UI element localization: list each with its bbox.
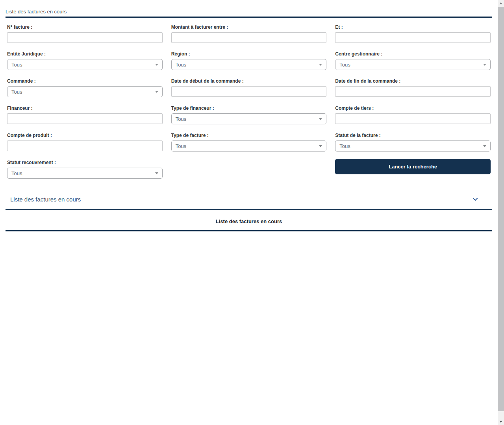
- entite-juridique-select[interactable]: Tous: [7, 59, 163, 70]
- chevron-down-icon: [483, 145, 486, 147]
- statut-recouvrement-label: Statut recouvrement :: [7, 160, 163, 165]
- scrollbar-thumb[interactable]: [498, 7, 504, 411]
- select-value: Tous: [11, 170, 22, 176]
- select-value: Tous: [339, 143, 350, 149]
- date-fin-commande-input[interactable]: [335, 86, 491, 97]
- n-facture-label: N° facture :: [7, 24, 163, 30]
- field-commande: Commande : Tous: [7, 78, 163, 97]
- entite-juridique-label: Entité Juridique :: [7, 51, 163, 57]
- invoice-filter-form: N° facture : Montant à facturer entre : …: [6, 24, 492, 187]
- field-date-debut-commande: Date de début de la commande :: [171, 78, 327, 97]
- statut-recouvrement-select[interactable]: Tous: [7, 168, 163, 179]
- financeur-input[interactable]: [7, 113, 163, 124]
- commande-label: Commande :: [7, 78, 163, 84]
- type-financeur-label: Type de financeur :: [171, 105, 327, 111]
- chevron-down-icon: [155, 64, 158, 66]
- chevron-down-icon: [319, 64, 322, 66]
- select-value: Tous: [339, 62, 350, 68]
- page-title: Liste des factures en cours: [6, 9, 492, 15]
- chevron-down-icon: [483, 64, 486, 66]
- chevron-down-icon[interactable]: [472, 198, 478, 201]
- date-fin-commande-label: Date de fin de la commande :: [335, 78, 491, 84]
- et-input[interactable]: [335, 32, 491, 43]
- centre-gestionnaire-label: Centre gestionnaire :: [335, 51, 491, 57]
- montant-entre-input[interactable]: [171, 32, 327, 43]
- results-panel-header[interactable]: Liste des factures en cours: [6, 193, 492, 205]
- title-underline: [6, 17, 492, 18]
- type-facture-label: Type de facture :: [171, 133, 327, 138]
- empty-cell: [171, 160, 327, 179]
- date-debut-commande-label: Date de début de la commande :: [171, 78, 327, 84]
- region-select[interactable]: Tous: [171, 59, 327, 70]
- field-date-fin-commande: Date de fin de la commande :: [335, 78, 491, 97]
- field-montant-entre: Montant à facturer entre :: [171, 24, 327, 43]
- field-centre-gestionnaire: Centre gestionnaire : Tous: [335, 51, 491, 70]
- search-button-cell: Lancer la recherche: [335, 160, 491, 179]
- scrollbar-up-arrow-icon[interactable]: [498, 0, 504, 7]
- financeur-label: Financeur :: [7, 105, 163, 111]
- field-type-financeur: Type de financeur : Tous: [171, 105, 327, 124]
- type-financeur-select[interactable]: Tous: [171, 113, 327, 124]
- statut-facture-select[interactable]: Tous: [335, 140, 491, 152]
- field-compte-produit: Compte de produit :: [7, 133, 163, 152]
- type-facture-select[interactable]: Tous: [171, 140, 327, 152]
- commande-select[interactable]: Tous: [7, 86, 163, 97]
- field-region: Région : Tous: [171, 51, 327, 70]
- scrollbar-down-arrow-icon[interactable]: [498, 418, 504, 425]
- search-button[interactable]: Lancer la recherche: [335, 159, 491, 174]
- field-entite-juridique: Entité Juridique : Tous: [7, 51, 163, 70]
- chevron-down-icon: [155, 172, 158, 174]
- field-financeur: Financeur :: [7, 105, 163, 124]
- field-type-facture: Type de facture : Tous: [171, 133, 327, 152]
- field-statut-recouvrement: Statut recouvrement : Tous: [7, 160, 163, 179]
- table-title-underline: [6, 230, 492, 231]
- results-panel-title: Liste des factures en cours: [10, 196, 81, 203]
- vertical-scrollbar[interactable]: [498, 0, 504, 425]
- compte-produit-input[interactable]: [7, 140, 163, 151]
- field-statut-facture: Statut de la facture : Tous: [335, 133, 491, 152]
- results-table-title: Liste des factures en cours: [6, 218, 492, 224]
- compte-tiers-label: Compte de tiers :: [335, 105, 491, 111]
- select-value: Tous: [176, 62, 186, 68]
- date-debut-commande-input[interactable]: [171, 86, 327, 97]
- select-value: Tous: [176, 143, 186, 149]
- chevron-down-icon: [155, 91, 158, 93]
- page-content: Liste des factures en cours N° facture :…: [6, 0, 492, 231]
- panel-divider: [6, 209, 492, 210]
- select-value: Tous: [11, 89, 22, 95]
- region-label: Région :: [171, 51, 327, 57]
- chevron-down-icon: [319, 118, 322, 120]
- field-et: Et :: [335, 24, 491, 43]
- compte-tiers-input[interactable]: [335, 113, 491, 124]
- select-value: Tous: [176, 116, 186, 122]
- chevron-down-icon: [319, 145, 322, 147]
- statut-facture-label: Statut de la facture :: [335, 133, 491, 138]
- centre-gestionnaire-select[interactable]: Tous: [335, 59, 491, 70]
- field-compte-tiers: Compte de tiers :: [335, 105, 491, 124]
- n-facture-input[interactable]: [7, 32, 163, 43]
- et-label: Et :: [335, 24, 491, 30]
- montant-entre-label: Montant à facturer entre :: [171, 24, 327, 30]
- select-value: Tous: [11, 62, 22, 68]
- field-n-facture: N° facture :: [7, 24, 163, 43]
- compte-produit-label: Compte de produit :: [7, 133, 163, 138]
